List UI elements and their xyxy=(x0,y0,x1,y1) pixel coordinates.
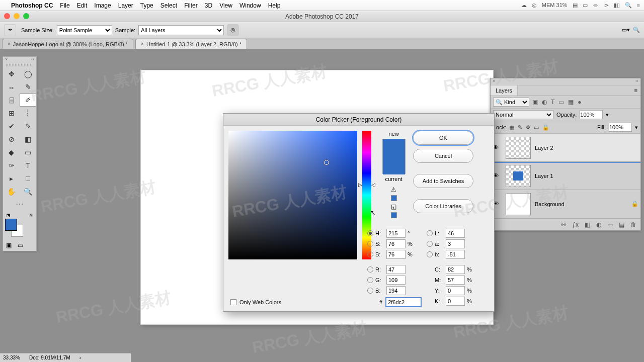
b-lab-input[interactable] xyxy=(446,250,465,259)
lock-position-icon[interactable]: ✥ xyxy=(526,124,530,131)
g-radio[interactable] xyxy=(367,277,373,283)
l-radio[interactable] xyxy=(427,230,433,236)
sample-select[interactable]: All Layers xyxy=(138,25,224,35)
app-menu[interactable]: Photoshop CC xyxy=(11,2,53,9)
quick-select-tool[interactable]: ✎ xyxy=(20,80,36,94)
filter-kind-select[interactable]: 🔍 Kind xyxy=(493,98,529,107)
marquee-tool[interactable]: ◯ xyxy=(20,67,36,80)
cloud-icon[interactable]: ☁︎ xyxy=(521,2,527,9)
collapse-icon[interactable]: ‹‹ xyxy=(31,57,34,64)
layer-row[interactable]: 👁 Layer 2 xyxy=(491,134,640,162)
clone-tool[interactable]: ✎ xyxy=(20,120,36,133)
search-icon[interactable]: 🔍 xyxy=(633,27,640,33)
cc-icon[interactable]: ◎ xyxy=(532,2,537,9)
delete-icon[interactable]: 🗑 xyxy=(630,221,636,228)
minimize-window[interactable] xyxy=(14,13,20,19)
layer-row[interactable]: 👁 Layer 1 xyxy=(491,162,640,190)
l-input[interactable] xyxy=(446,229,465,238)
eraser-tool[interactable]: ⊘ xyxy=(3,133,20,146)
r-radio[interactable] xyxy=(367,266,373,273)
gradient-tool[interactable]: ◧ xyxy=(20,133,36,146)
pen-tool[interactable]: ✑ xyxy=(3,159,20,172)
b-radio[interactable] xyxy=(367,251,373,257)
menu-image[interactable]: Image xyxy=(94,2,111,9)
panel-menu-icon[interactable]: ≡ xyxy=(631,85,640,96)
a-radio[interactable] xyxy=(427,241,433,247)
b-hsb-input[interactable] xyxy=(386,250,406,259)
menu-view[interactable]: View xyxy=(219,2,232,9)
close-icon[interactable]: × xyxy=(141,41,144,47)
screen-mode-icon[interactable]: ▭ xyxy=(18,242,23,249)
lock-all-icon[interactable]: 🔒 xyxy=(542,124,549,131)
a-input[interactable] xyxy=(446,239,465,248)
layer-row[interactable]: 👁 Background 🔒 xyxy=(491,190,640,218)
gamut-swatch[interactable] xyxy=(391,195,397,201)
layer-thumbnail[interactable] xyxy=(506,193,531,215)
k-input[interactable] xyxy=(446,297,465,306)
menu-filter[interactable]: Filter xyxy=(184,2,198,9)
m-input[interactable] xyxy=(446,276,465,285)
spotlight-icon[interactable]: 🔍 xyxy=(625,2,632,9)
current-color-swatch[interactable] xyxy=(383,157,405,174)
dodge-tool[interactable]: ▭ xyxy=(20,146,36,159)
lock-artboard-icon[interactable]: ▭ xyxy=(534,124,539,131)
blab-radio[interactable] xyxy=(427,251,433,257)
slider-handle-icon[interactable]: ◁ xyxy=(371,182,375,188)
b-rgb-input[interactable] xyxy=(386,286,406,295)
fx-icon[interactable]: ƒx xyxy=(572,221,579,228)
blend-mode-select[interactable]: Normal xyxy=(493,110,553,119)
layers-tab[interactable]: Layers xyxy=(491,85,518,96)
zoom-level[interactable]: 33.33% xyxy=(3,355,20,360)
layer-thumbnail[interactable] xyxy=(506,137,531,159)
link-layers-icon[interactable]: ⚯ xyxy=(561,221,566,228)
cancel-button[interactable]: Cancel xyxy=(413,149,473,163)
wifi-icon[interactable]: ⧐ xyxy=(603,2,609,9)
g-input[interactable] xyxy=(386,276,406,285)
show-sampling-ring[interactable]: ◎ xyxy=(227,24,239,36)
opacity-input[interactable] xyxy=(580,110,603,119)
menu-edit[interactable]: Edit xyxy=(77,2,88,9)
filter-shape-icon[interactable]: ▭ xyxy=(558,99,564,106)
add-to-swatches-button[interactable]: Add to Swatches xyxy=(413,174,473,188)
move-tool[interactable]: ✥ xyxy=(3,67,20,80)
color-libraries-button[interactable]: Color Libraries xyxy=(413,199,473,213)
shape-tool[interactable]: □ xyxy=(20,172,36,185)
healing-tool[interactable]: ✔ xyxy=(3,120,20,133)
new-layer-icon[interactable]: ▤ xyxy=(619,221,624,228)
h-input[interactable] xyxy=(386,229,406,238)
ok-button[interactable]: OK xyxy=(413,131,473,145)
brush-tool[interactable]: ⦚ xyxy=(20,107,36,120)
c-input[interactable] xyxy=(446,265,465,274)
menu-layer[interactable]: Layer xyxy=(118,2,133,9)
new-color-swatch[interactable] xyxy=(383,139,405,157)
blur-tool[interactable]: ◆ xyxy=(3,146,20,159)
s-input[interactable] xyxy=(386,239,406,248)
websafe-swatch[interactable] xyxy=(391,212,397,218)
type-tool[interactable]: T xyxy=(20,159,36,172)
adjustment-icon[interactable]: ◐ xyxy=(596,221,601,228)
document-tab-2[interactable]: ×Untitled-1 @ 33.3% (Layer 2, RGB/8) * xyxy=(135,39,247,49)
screen-icon[interactable]: ▤ xyxy=(573,2,578,9)
filter-type-icon[interactable]: T xyxy=(551,99,554,106)
y-input[interactable] xyxy=(446,286,465,295)
path-select-tool[interactable]: ▸ xyxy=(3,172,20,185)
close-icon[interactable]: × xyxy=(8,41,11,47)
layer-thumbnail[interactable] xyxy=(506,165,531,187)
display-icon[interactable]: ▭ xyxy=(583,2,588,9)
slider-handle-icon[interactable]: ▷ xyxy=(358,182,362,188)
lock-paint-icon[interactable]: ✎ xyxy=(518,124,522,131)
crop-tool[interactable]: ⌸ xyxy=(3,94,20,107)
color-field[interactable] xyxy=(228,131,357,259)
close-icon[interactable]: × xyxy=(493,78,495,85)
maximize-window[interactable] xyxy=(23,13,29,19)
filter-toggle-icon[interactable]: ● xyxy=(578,99,581,106)
bluetooth-icon[interactable]: ⌯ xyxy=(593,3,598,9)
filter-smart-icon[interactable]: ▦ xyxy=(568,99,574,106)
fill-input[interactable] xyxy=(609,123,632,132)
eyedropper-tool-icon[interactable]: ✒︎ xyxy=(4,24,16,36)
layer-name[interactable]: Layer 1 xyxy=(535,173,638,179)
only-web-colors-checkbox[interactable] xyxy=(230,299,236,305)
chevron-right-icon[interactable]: › xyxy=(79,355,81,360)
zoom-tool[interactable]: 🔍 xyxy=(20,185,36,198)
lock-pixels-icon[interactable]: ▦ xyxy=(509,124,514,131)
